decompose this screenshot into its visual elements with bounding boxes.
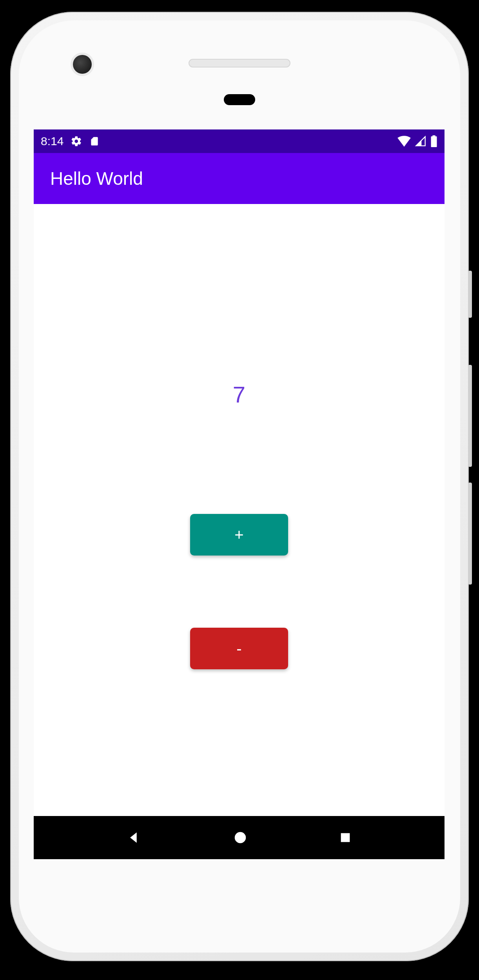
increment-button[interactable]: + — [190, 514, 288, 556]
sd-card-icon — [89, 135, 100, 147]
back-icon[interactable] — [126, 830, 142, 845]
status-bar: 8:14 — [34, 129, 445, 153]
plus-icon: + — [234, 526, 243, 544]
app-bar: Hello World — [34, 153, 445, 204]
svg-rect-0 — [431, 137, 437, 148]
power-button — [468, 271, 472, 318]
home-icon[interactable] — [233, 830, 248, 845]
svg-point-2 — [235, 832, 246, 843]
phone-frame: 8:14 Hello World — [10, 12, 469, 961]
app-content: 7 + - — [34, 204, 445, 816]
screen: 8:14 Hello World — [34, 129, 445, 859]
status-time: 8:14 — [41, 135, 64, 148]
app-title: Hello World — [50, 168, 143, 189]
battery-icon — [430, 135, 437, 147]
decrement-button[interactable]: - — [190, 628, 288, 669]
volume-up-button — [468, 365, 472, 467]
volume-down-button — [468, 483, 472, 585]
signal-icon — [415, 136, 426, 147]
minus-icon: - — [236, 640, 241, 658]
status-bar-right — [397, 135, 437, 147]
status-bar-left: 8:14 — [41, 135, 100, 148]
speaker-grille — [189, 59, 290, 67]
recents-icon[interactable] — [339, 831, 352, 844]
svg-rect-3 — [341, 833, 350, 842]
navigation-bar — [34, 816, 445, 859]
speaker-slot — [224, 94, 255, 105]
counter-value: 7 — [233, 381, 245, 408]
front-camera — [73, 55, 92, 74]
gear-icon — [71, 135, 82, 147]
svg-rect-1 — [432, 135, 435, 137]
wifi-icon — [397, 136, 411, 147]
